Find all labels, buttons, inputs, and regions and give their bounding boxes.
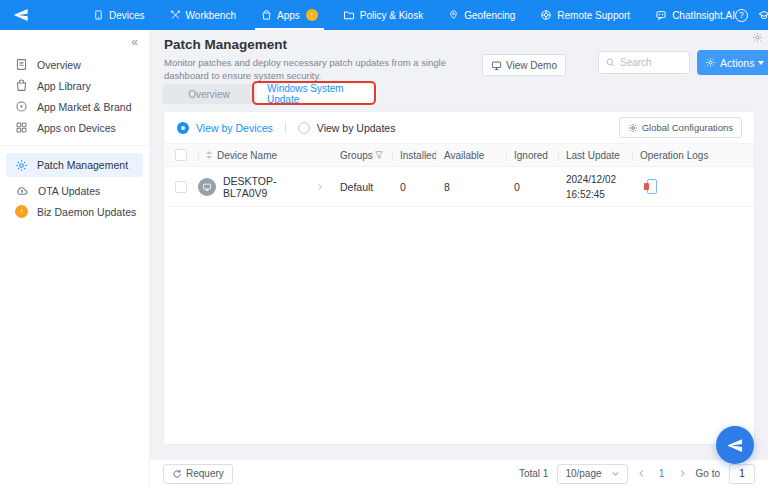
radio-selected-icon <box>177 122 189 134</box>
sidebar-item-label: App Market & Brand <box>37 101 132 113</box>
goto-label: Go to <box>696 468 720 479</box>
sidebar-menu: Overview App Library App Market & Brand … <box>0 30 149 222</box>
row-available-count: 8 <box>444 181 450 193</box>
column-divider <box>506 150 507 161</box>
sidebar-item-app-market-brand[interactable]: App Market & Brand <box>0 96 149 117</box>
footer-bar: Requery Total 1 10/page 1 Go to <box>150 460 768 487</box>
tab-label: Windows System Update <box>267 83 367 105</box>
biz-daemon-badge-icon: ↑ <box>15 205 28 218</box>
sidebar-item-overview[interactable]: Overview <box>0 54 149 75</box>
search-input[interactable] <box>620 57 680 68</box>
pagination: Total 1 10/page 1 Go to <box>519 464 755 484</box>
nav-geofencing[interactable]: Geofencing <box>448 0 515 30</box>
page-subtitle: Monitor patches and deploy necessary pat… <box>164 56 490 83</box>
airdroid-floating-button[interactable] <box>716 426 754 464</box>
filter-icon[interactable] <box>374 150 384 160</box>
sort-icon[interactable] <box>206 151 212 159</box>
primary-nav: Devices Workbench Apps ↑ Policy & Kiosk … <box>93 0 735 30</box>
nav-remote-support[interactable]: Remote Support <box>540 0 630 30</box>
help-icon[interactable]: ? <box>735 9 748 22</box>
device-icon <box>198 178 216 196</box>
academy-icon[interactable] <box>757 9 768 22</box>
row-group: Default <box>340 181 373 193</box>
nav-label: Workbench <box>186 10 236 21</box>
column-header-ignored[interactable]: Ignored <box>514 150 548 161</box>
actions-button[interactable]: Actions <box>697 50 768 75</box>
fab-paper-plane-icon <box>725 437 745 454</box>
settings-gear-icon[interactable] <box>752 32 763 43</box>
radio-label: View by Devices <box>196 122 273 134</box>
expand-row-chevron-icon[interactable] <box>316 183 324 191</box>
nav-apps[interactable]: Apps ↑ <box>261 0 318 30</box>
chevron-down-icon <box>758 61 764 65</box>
nav-policy-kiosk[interactable]: Policy & Kiosk <box>343 0 423 30</box>
page-size-select[interactable]: 10/page <box>557 464 627 484</box>
requery-button[interactable]: Requery <box>163 464 233 484</box>
global-configurations-button[interactable]: Global Configurations <box>619 117 742 138</box>
sidebar-item-ota-updates[interactable]: OTA Updates <box>0 180 149 201</box>
page-title: Patch Management <box>164 37 287 52</box>
last-update-time: 16:52:45 <box>566 187 616 202</box>
nav-chatinsight[interactable]: ChatInsight.AI <box>655 0 735 30</box>
operation-log-icon[interactable] <box>644 179 657 194</box>
apps-on-devices-icon <box>15 121 28 134</box>
total-count-label: Total 1 <box>519 468 548 479</box>
view-demo-button[interactable]: View Demo <box>482 54 566 76</box>
table-row[interactable]: DESKTOP-BL7A0V9 Default 0 8 0 2024/12/02… <box>164 167 754 207</box>
tab-bar: Overview Windows System Update <box>163 84 377 104</box>
row-last-update: 2024/12/02 16:52:45 <box>566 172 616 202</box>
current-page[interactable]: 1 <box>655 468 669 479</box>
column-header-operation-logs[interactable]: Operation Logs <box>640 150 708 161</box>
column-header-installed[interactable]: Installed <box>400 150 437 161</box>
search-box <box>598 51 690 74</box>
actions-gear-icon <box>705 57 716 68</box>
search-icon <box>605 57 616 68</box>
apps-update-badge-icon: ↑ <box>306 9 318 21</box>
chevron-down-icon <box>611 469 620 478</box>
top-navigation-bar: Devices Workbench Apps ↑ Policy & Kiosk … <box>0 0 768 30</box>
devices-icon <box>93 9 104 21</box>
sidebar-item-label: Overview <box>37 59 81 71</box>
nav-label: ChatInsight.AI <box>672 10 735 21</box>
actions-label: Actions <box>720 57 754 69</box>
patch-table-card: View by Devices View by Updates Global C… <box>163 111 755 445</box>
nav-devices[interactable]: Devices <box>93 0 145 30</box>
remote-support-icon <box>540 9 552 21</box>
sidebar-item-apps-on-devices[interactable]: Apps on Devices <box>0 117 149 138</box>
column-header-device-name[interactable]: Device Name <box>217 150 277 161</box>
nav-label: Apps <box>277 10 300 21</box>
geofencing-icon <box>448 9 459 21</box>
radio-view-by-updates[interactable]: View by Updates <box>298 122 396 134</box>
collapse-sidebar-icon[interactable]: « <box>131 35 138 49</box>
column-header-available[interactable]: Available <box>444 150 484 161</box>
toolbar-divider <box>285 122 286 133</box>
column-header-last-update[interactable]: Last Update <box>566 150 620 161</box>
tab-windows-system-update[interactable]: Windows System Update <box>257 84 377 104</box>
sidebar-item-label: Apps on Devices <box>37 122 116 134</box>
radio-view-by-devices[interactable]: View by Devices <box>177 122 273 134</box>
overview-icon <box>15 58 28 71</box>
next-page-button[interactable] <box>678 469 687 478</box>
goto-page-input[interactable] <box>729 464 755 484</box>
prev-page-button[interactable] <box>637 469 646 478</box>
airdroid-logo-icon[interactable] <box>11 7 31 23</box>
column-header-groups[interactable]: Groups <box>340 150 373 161</box>
app-market-icon <box>15 100 28 113</box>
tab-overview[interactable]: Overview <box>163 84 255 104</box>
workbench-icon <box>170 9 181 21</box>
policy-kiosk-icon <box>343 9 355 21</box>
select-all-checkbox[interactable] <box>175 149 187 161</box>
page-size-value: 10/page <box>565 468 601 479</box>
sidebar: « Overview App Library App Market & Bran… <box>0 30 150 487</box>
nav-utilities: ? <box>735 5 768 25</box>
row-ignored-count: 0 <box>514 181 520 193</box>
sidebar-item-patch-management[interactable]: Patch Management <box>6 153 143 177</box>
column-divider <box>392 150 393 161</box>
device-name[interactable]: DESKTOP-BL7A0V9 <box>223 175 316 199</box>
sidebar-item-app-library[interactable]: App Library <box>0 75 149 96</box>
sidebar-item-biz-daemon-updates[interactable]: ↑ Biz Daemon Updates <box>0 201 149 222</box>
row-checkbox[interactable] <box>175 181 187 193</box>
tab-label: Overview <box>188 89 230 100</box>
chatinsight-icon <box>655 9 667 21</box>
nav-workbench[interactable]: Workbench <box>170 0 236 30</box>
